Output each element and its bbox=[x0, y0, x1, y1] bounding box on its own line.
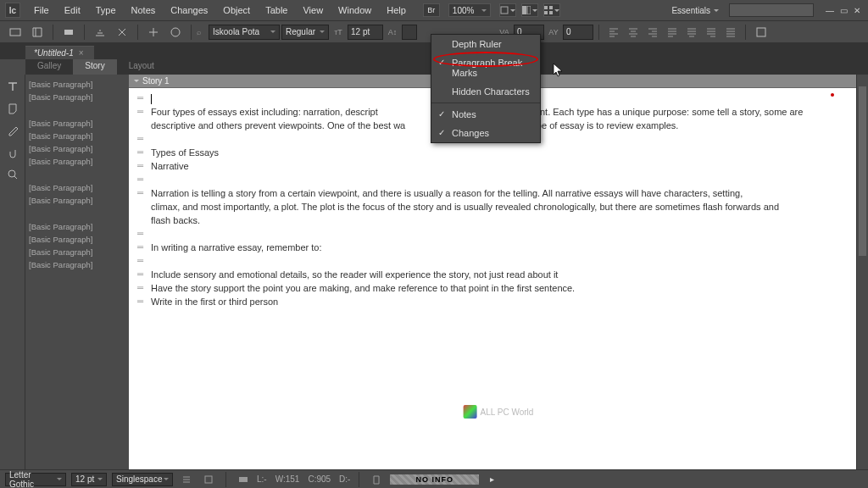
minimize-icon[interactable]: — bbox=[824, 5, 836, 15]
para-style-row[interactable]: [Basic Paragraph] bbox=[29, 78, 125, 91]
align-group bbox=[604, 25, 740, 40]
search-input[interactable] bbox=[729, 3, 814, 17]
menu-bar: File Edit Type Notes Changes Object Tabl… bbox=[27, 3, 413, 18]
scrollbar-thumb[interactable] bbox=[859, 86, 866, 256]
justify-left-button[interactable] bbox=[663, 25, 682, 40]
para-style-row[interactable]: [Basic Paragraph] bbox=[29, 130, 125, 142]
svg-rect-13 bbox=[239, 477, 248, 482]
tool-btn-5[interactable] bbox=[112, 24, 132, 41]
sb-icon-1[interactable] bbox=[178, 473, 195, 486]
align-center-button[interactable] bbox=[624, 25, 643, 40]
tab-galley[interactable]: Galley bbox=[25, 59, 73, 75]
type-tool-icon[interactable] bbox=[4, 78, 21, 95]
menu-para-break-marks[interactable]: Paragraph Break Marks bbox=[431, 53, 540, 82]
svg-rect-8 bbox=[64, 30, 73, 35]
zoom-tool-icon[interactable] bbox=[4, 166, 21, 183]
tracking-select[interactable]: 0 bbox=[563, 25, 593, 40]
sb-spacing-select[interactable]: Singlespace bbox=[112, 473, 173, 486]
tool-btn-extra[interactable] bbox=[751, 24, 771, 41]
tool-btn-1[interactable] bbox=[5, 24, 25, 41]
para-style-row[interactable]: [Basic Paragraph] bbox=[29, 181, 125, 194]
svg-rect-10 bbox=[757, 28, 765, 36]
menu-notes[interactable]: Notes bbox=[125, 3, 163, 18]
svg-rect-1 bbox=[522, 6, 526, 14]
menu-file[interactable]: File bbox=[27, 3, 56, 18]
leading-select[interactable] bbox=[402, 25, 417, 40]
para-style-row[interactable]: [Basic Paragraph] bbox=[29, 246, 125, 258]
align-left-button[interactable] bbox=[604, 25, 623, 40]
view-options-menu: Depth Ruler Paragraph Break Marks Hidden… bbox=[431, 34, 541, 143]
sb-nav-right[interactable]: ▸ bbox=[484, 473, 501, 486]
bridge-icon[interactable]: Br bbox=[423, 3, 440, 17]
story-title: Story 1 bbox=[142, 76, 170, 86]
menu-view[interactable]: View bbox=[296, 3, 330, 18]
note-tool-icon[interactable] bbox=[4, 100, 21, 117]
watermark: ALL PC World bbox=[464, 405, 534, 419]
menu-notes[interactable]: Notes bbox=[431, 105, 540, 124]
tool-btn-4[interactable] bbox=[90, 24, 110, 41]
svg-rect-4 bbox=[549, 6, 553, 9]
maximize-icon[interactable]: ▭ bbox=[837, 5, 849, 15]
screen-mode-dropdown[interactable] bbox=[499, 3, 516, 17]
para-style-row[interactable]: [Basic Paragraph] bbox=[29, 233, 125, 246]
font-family-select[interactable]: Iskoola Pota bbox=[209, 25, 280, 40]
menu-depth-ruler[interactable]: Depth Ruler bbox=[431, 35, 540, 53]
sb-icon-3[interactable] bbox=[235, 473, 252, 486]
close-icon[interactable]: ✕ bbox=[851, 5, 863, 15]
justify-all-button[interactable] bbox=[721, 25, 740, 40]
svg-point-11 bbox=[8, 170, 15, 177]
menu-type[interactable]: Type bbox=[89, 3, 123, 18]
svg-rect-12 bbox=[205, 476, 212, 483]
menu-edit[interactable]: Edit bbox=[58, 3, 87, 18]
document-tab[interactable]: *Untitled-1 × bbox=[25, 46, 94, 59]
para-style-row[interactable]: [Basic Paragraph] bbox=[29, 194, 125, 207]
sb-size-select[interactable]: 12 pt bbox=[71, 473, 107, 486]
align-right-button[interactable] bbox=[643, 25, 662, 40]
tab-story[interactable]: Story bbox=[73, 59, 116, 75]
tracking-icon: AY bbox=[546, 25, 561, 40]
tab-layout[interactable]: Layout bbox=[117, 59, 166, 75]
svg-rect-7 bbox=[10, 29, 20, 36]
hand-tool-icon[interactable] bbox=[4, 144, 21, 161]
tab-close-icon[interactable]: × bbox=[79, 48, 84, 58]
justify-center-button[interactable] bbox=[682, 25, 701, 40]
view-options-dropdown[interactable] bbox=[543, 3, 560, 17]
eyedropper-tool-icon[interactable] bbox=[4, 122, 21, 139]
sb-font-select[interactable]: Letter Gothic bbox=[5, 473, 66, 486]
sb-icon-2[interactable] bbox=[200, 473, 217, 486]
vertical-scrollbar[interactable] bbox=[856, 75, 868, 469]
sb-counts: L:- W:151 C:905 D:- bbox=[257, 474, 350, 484]
tool-btn-7[interactable] bbox=[165, 24, 186, 41]
no-info-label: NO INFO bbox=[390, 474, 479, 485]
svg-rect-0 bbox=[501, 7, 508, 14]
menu-help[interactable]: Help bbox=[380, 3, 413, 18]
menu-changes[interactable]: Changes bbox=[431, 124, 540, 142]
para-style-row[interactable]: [Basic Paragraph] bbox=[29, 155, 125, 168]
arrange-dropdown[interactable] bbox=[521, 3, 538, 17]
para-style-row[interactable]: [Basic Paragraph] bbox=[29, 142, 125, 155]
app-icon: Ic bbox=[5, 3, 20, 18]
menu-changes[interactable]: Changes bbox=[164, 3, 214, 18]
para-style-row[interactable]: [Basic Paragraph] bbox=[29, 91, 125, 103]
svg-point-9 bbox=[171, 28, 180, 36]
tool-btn-6[interactable] bbox=[143, 24, 164, 41]
tool-btn-2[interactable] bbox=[27, 24, 47, 41]
sb-icon-4[interactable] bbox=[368, 473, 385, 486]
svg-rect-5 bbox=[544, 11, 548, 14]
menu-object[interactable]: Object bbox=[216, 3, 257, 18]
tool-btn-3[interactable] bbox=[58, 24, 79, 41]
font-size-select[interactable]: 12 pt bbox=[348, 25, 383, 40]
tool-column bbox=[0, 75, 25, 469]
para-style-row[interactable]: [Basic Paragraph] bbox=[29, 258, 125, 271]
zoom-level[interactable]: 100% bbox=[448, 3, 491, 17]
para-style-row[interactable]: [Basic Paragraph] bbox=[29, 220, 125, 233]
leading-icon: A↕ bbox=[385, 25, 400, 40]
para-style-row[interactable]: [Basic Paragraph] bbox=[29, 117, 125, 130]
overset-marker-icon bbox=[831, 93, 834, 97]
menu-table[interactable]: Table bbox=[259, 3, 294, 18]
menu-hidden-characters[interactable]: Hidden Characters bbox=[431, 82, 540, 101]
menu-window[interactable]: Window bbox=[331, 3, 378, 18]
font-style-select[interactable]: Regular bbox=[281, 25, 329, 40]
workspace-switcher[interactable]: Essentials bbox=[665, 4, 726, 17]
justify-right-button[interactable] bbox=[702, 25, 721, 40]
